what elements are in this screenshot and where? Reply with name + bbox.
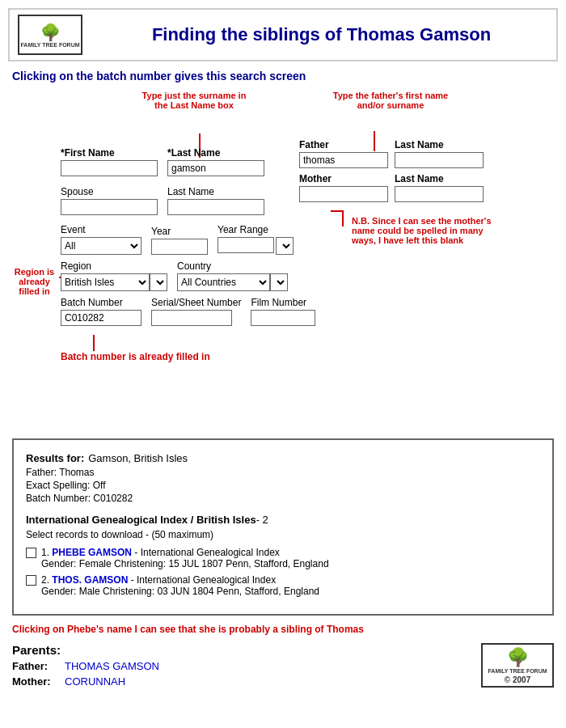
year-range-select[interactable]: [276, 237, 294, 255]
spouse-last-label: Last Name: [167, 186, 264, 197]
footer-logo-text: FAMILY TREE FORUM: [488, 668, 547, 674]
spouse-label: Spouse: [61, 186, 158, 197]
mother-last-label: Last Name: [395, 173, 484, 184]
father-line: Father: Thomas: [26, 467, 540, 478]
footer-logo: 🌳 FAMILY TREE FORUM © 2007: [481, 643, 554, 688]
year-label: Year: [151, 226, 208, 237]
last-name-group: *Last Name: [167, 147, 264, 176]
bottom-note: Clicking on Phebe's name I can see that …: [12, 624, 554, 635]
mother-last-group: Last Name: [395, 173, 484, 202]
first-name-label: *First Name: [61, 147, 158, 159]
batch-number-input[interactable]: [61, 310, 142, 326]
mother-label: Mother: [299, 173, 388, 184]
record-1-checkbox[interactable]: [26, 548, 36, 558]
parents-father-link[interactable]: THOMAS GAMSON: [65, 660, 159, 672]
region-annotation: Region is already filled in: [12, 267, 57, 296]
parents-mother-label: Mother:: [12, 675, 61, 688]
record-2-num: 2.: [41, 574, 52, 586]
film-label: Film Number: [251, 297, 315, 308]
year-group: Year: [151, 226, 208, 255]
name-row: *First Name *Last Name: [61, 147, 264, 176]
year-range-label: Year Range: [218, 224, 294, 235]
record-2-detail: Gender: Male Christening: 03 JUN 1804 Pe…: [41, 586, 319, 597]
spouse-row: Spouse Last Name: [61, 186, 264, 215]
region-extra-select[interactable]: [150, 273, 167, 291]
record-row-2: 2. THOS. GAMSON - International Genealog…: [26, 574, 540, 597]
record-2-desc: - International Genealogical Index: [128, 574, 276, 586]
record-1-num: 1.: [41, 547, 52, 558]
batch-row: Batch Number Serial/Sheet Number Film Nu…: [61, 297, 315, 326]
event-select[interactable]: All: [61, 237, 142, 255]
country-extra-select[interactable]: [270, 273, 288, 291]
event-group: Event All: [61, 224, 142, 255]
parents-section: Parents: Father: THOMAS GAMSON Mother: C…: [12, 643, 554, 688]
last-name-input[interactable]: [167, 160, 264, 176]
spouse-last-group: Last Name: [167, 186, 264, 215]
father-annotation: Type the father's first name and/or surn…: [326, 91, 455, 110]
father-section: Father Last Name Mother Last Name: [299, 139, 484, 202]
father-first-input[interactable]: [299, 152, 388, 168]
spouse-group: Spouse: [61, 186, 158, 215]
record-1-link[interactable]: PHEBE GAMSON: [52, 547, 132, 558]
tree-icon: 🌳: [40, 23, 61, 42]
batch-number-label: Batch Number: [61, 297, 142, 308]
country-select[interactable]: All Countries: [177, 273, 270, 291]
event-row: Event All Year Year Range: [61, 224, 294, 255]
record-2-checkbox[interactable]: [26, 575, 36, 586]
mother-last-input[interactable]: [395, 186, 484, 202]
serial-input[interactable]: [151, 310, 232, 326]
record-1-desc: - International Genealogical Index: [132, 547, 280, 558]
page-header: 🌳 FAMILY TREE FORUM Finding the siblings…: [8, 8, 558, 61]
mother-first-input[interactable]: [299, 186, 388, 202]
parents-title: Parents:: [12, 643, 159, 657]
spouse-input[interactable]: [61, 199, 158, 215]
record-row-1: 1. PHEBE GAMSON - International Genealog…: [26, 547, 540, 569]
mother-label-group: Mother: [299, 173, 388, 202]
exact-spelling-line: Exact Spelling: Off: [26, 480, 540, 491]
results-for-row: Results for: Gamson, British Isles: [26, 452, 540, 464]
father-label: Father: [299, 139, 388, 150]
record-1-content: 1. PHEBE GAMSON - International Genealog…: [41, 547, 329, 569]
year-range-input[interactable]: [218, 237, 274, 253]
father-last-input[interactable]: [395, 152, 484, 168]
first-name-group: *First Name: [61, 147, 158, 176]
parents-father-row: Father: THOMAS GAMSON: [12, 660, 159, 672]
parents-left: Parents: Father: THOMAS GAMSON Mother: C…: [12, 643, 159, 688]
results-box: Results for: Gamson, British Isles Fathe…: [12, 438, 554, 616]
logo-text: FAMILY TREE FORUM: [20, 42, 79, 48]
film-group: Film Number: [251, 297, 315, 326]
spouse-last-input[interactable]: [167, 199, 264, 215]
surname-annotation: Type just the surname in the Last Name b…: [137, 91, 251, 110]
parents-mother-link[interactable]: CORUNNAH: [65, 675, 125, 688]
region-label: Region: [61, 260, 167, 272]
igindex-header-row: International Genealogical Index / Briti…: [26, 514, 540, 526]
region-row: Region British Isles Country All Countri…: [61, 260, 288, 291]
region-select[interactable]: British Isles: [61, 273, 150, 291]
batch-arrow: [93, 335, 95, 351]
region-group: Region British Isles: [61, 260, 167, 291]
header-logo: 🌳 FAMILY TREE FORUM: [18, 15, 82, 55]
page-subtitle: Clicking on the batch number gives this …: [12, 70, 554, 83]
parents-father-label: Father:: [12, 660, 61, 672]
results-for-label: Results for:: [26, 452, 84, 464]
batch-annotation: Batch number is already filled in: [61, 351, 210, 362]
father-last-label: Last Name: [395, 139, 484, 150]
igindex-header: International Genealogical Index / Briti…: [26, 514, 256, 526]
record-2-content: 2. THOS. GAMSON - International Genealog…: [41, 574, 319, 597]
serial-group: Serial/Sheet Number: [151, 297, 241, 326]
serial-label: Serial/Sheet Number: [151, 297, 241, 308]
record-2-link[interactable]: THOS. GAMSON: [52, 574, 128, 586]
country-group: Country All Countries: [177, 260, 288, 291]
batch-number-group: Batch Number: [61, 297, 142, 326]
nb-annotation: N.B. Since I can see the mother's name c…: [352, 216, 509, 245]
father-last-group: Last Name: [395, 139, 484, 168]
country-label: Country: [177, 260, 288, 272]
select-records-label: Select records to download - (50 maximum…: [26, 529, 540, 540]
nb-arrow-h: [331, 210, 344, 212]
nb-arrow: [342, 210, 354, 226]
film-input[interactable]: [251, 310, 315, 326]
first-name-input[interactable]: [61, 160, 158, 176]
year-input[interactable]: [151, 239, 208, 255]
parents-mother-row: Mother: CORUNNAH: [12, 675, 159, 688]
father-label-group: Father: [299, 139, 388, 168]
